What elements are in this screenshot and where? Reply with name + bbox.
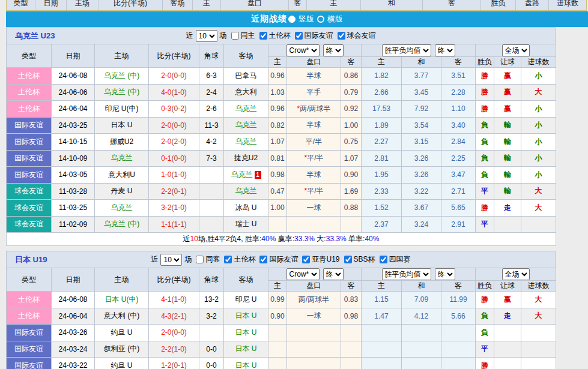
handicap-result: 赢 [494,68,521,85]
corners: 7-3 [199,150,224,167]
league-checkbox[interactable] [302,256,310,263]
league-checkbox[interactable] [338,32,345,40]
league-checkbox[interactable] [344,256,352,263]
handicap-away-odds [341,325,362,341]
column-header: 进球数 [549,0,586,11]
handicap-away-odds: 0.98 [341,308,362,325]
horizontal-layout-radio[interactable] [317,16,324,23]
handicap-home-odds: 1.03 [268,84,287,101]
fulltime-score: 4-3 [161,312,171,320]
score: 2-0(0-0) [149,117,199,134]
away-team: 冰岛 U [224,200,268,217]
column-subheader: 客 [341,57,362,68]
league-checkbox[interactable] [380,256,387,263]
away-team-name: 意大利 [235,88,257,96]
euro-home-odds: 2.37 [362,216,402,233]
summary-text: 近10场,胜4平2负4, 胜率:40% 赢率:33.3% 大:33.3% 单率:… [7,233,556,246]
euro-draw-odds: 3.22 [402,183,441,200]
fulltime-score: 2-2 [161,345,171,353]
table-row: 国际友谊24-03-26约旦 U2-0(0-0)日本 U負 [7,325,556,341]
handicap-line: 一球 [287,308,341,325]
away-team-name: 乌克兰 [235,187,257,195]
halftime-score: (2-1) [172,312,187,320]
euro-home-odds: 1.95 [362,167,402,184]
odds-company-select[interactable]: Crow* [286,44,320,56]
halftime-score: (0-1) [172,361,187,369]
vertical-layout-radio[interactable] [288,16,296,23]
league-label: 四国赛 [389,254,411,265]
euro-away-odds: 1.10 [441,101,476,118]
away-team: 捷克U2 [224,150,268,167]
corners [199,167,224,184]
handicap-line: 平/半 [287,134,341,151]
halftime-score: (1-0) [172,203,187,212]
odds-company-select[interactable]: Crow* [286,268,320,280]
column-subheader: 主 [362,281,402,292]
euro-away-odds: 11.99 [441,292,476,308]
handicap-line: 两/两球半 [287,292,341,308]
euro-home-odds: 1.82 [362,68,402,85]
score: 1-0(1-0) [149,167,199,184]
column-subheader: 盘口 [287,281,341,292]
same-venue-checkbox[interactable] [196,256,204,263]
euro-average-select[interactable]: 胜平负均值 [382,44,431,56]
handicap-home-odds: 0.81 [268,150,287,167]
league-checkbox[interactable] [259,32,267,40]
over-under-result: 小 [521,134,556,151]
score: 2-0(0-0) [149,325,199,341]
league-checkbox[interactable] [259,256,267,263]
recent-count-select[interactable]: 10 [196,30,217,42]
away-team-name: 巴拿马 [235,71,257,80]
table-row: 土伦杯24-06-04意大利 (中)4-3(2-1)3-2日本 U0.90一球0… [7,308,556,325]
league-checkbox[interactable] [224,256,232,263]
recent-label: 近 [151,254,158,265]
euro-period-select[interactable]: 终 [435,44,455,56]
euro-away-odds [441,358,476,369]
filters: 近10场同客土伦杯国际友谊亚青U19SBS杯四国赛 [150,254,411,266]
handicap-home-odds [268,325,287,341]
euro-away-odds [441,325,476,341]
over-under-result: 小 [521,101,556,118]
handicap-text: 一球 [307,311,321,320]
over-under-result [521,325,556,341]
result-scope-select[interactable]: 全场 [502,268,530,280]
fulltime-score: 1-0 [161,170,171,179]
match-date: 24-06-06 [52,84,95,101]
section-title[interactable]: 乌克兰 U23 [15,31,55,41]
win-draw-loss-result: 平 [476,216,494,233]
column-header: 主场 [67,0,99,11]
home-team: 乌克兰 [95,150,149,167]
odds-period-select[interactable]: 终 [323,268,344,280]
away-team-name: 日本 U [235,344,257,353]
column-header: 和 [361,0,423,11]
handicap-line [287,325,341,341]
league-checkbox[interactable] [295,32,303,40]
euro-home-odds: 1.47 [362,308,402,325]
win-draw-loss-result: 勝 [476,200,494,217]
column-header: 类型 [7,268,52,292]
euro-period-select[interactable]: 终 [435,268,455,280]
handicap-odds-group: Crow*终 [268,268,362,281]
away-team: 乌克兰1 [224,167,268,184]
match-type: 国际友谊 [7,358,52,369]
score: 4-3(2-1) [149,308,199,325]
result-scope-select[interactable]: 全场 [502,44,530,56]
home-team-name: 约旦 U [111,361,133,369]
handicap-result: 走 [494,200,521,217]
odds-period-select[interactable]: 终 [323,44,344,56]
league-label: 国际友谊 [305,31,333,41]
handicap-away-odds: 1.00 [341,117,362,134]
euro-average-select[interactable]: 胜平负均值 [382,268,431,280]
halftime-score: (0-0) [172,328,187,337]
home-team: 丹麦 U [95,183,149,200]
corners [199,216,224,233]
halftime-score: (0-0) [172,121,187,130]
same-venue-checkbox[interactable] [231,32,239,40]
win-draw-loss-result: 負 [476,325,494,341]
home-team-name: 乌克兰 (中) [104,88,139,96]
recent-count-select[interactable]: 10 [160,254,182,266]
section-title[interactable]: 日本 U19 [15,254,47,265]
summary-segment: 33.3% [326,235,347,243]
summary-segment: 场,胜4平2负4, 胜率: [198,235,261,243]
handicap-result [494,216,521,233]
